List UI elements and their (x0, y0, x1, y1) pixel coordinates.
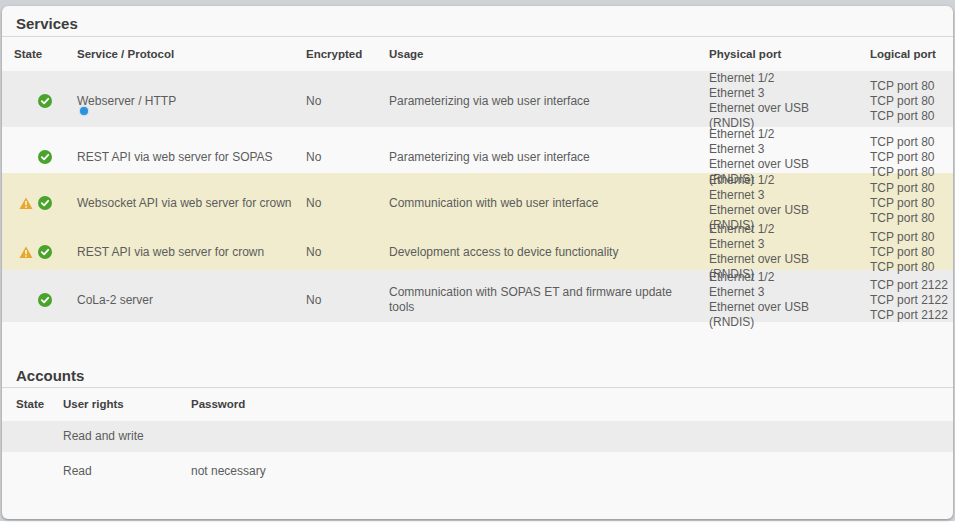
logical-ports: TCP port 80 TCP port 80 TCP port 80 (856, 230, 953, 275)
cursor-click-indicator-icon (80, 107, 88, 115)
table-row-websocket-api-crown[interactable]: Websocket API via web server for crown N… (2, 173, 953, 222)
encrypted-value: No (292, 150, 375, 165)
accounts-table-header: State User rights Password (2, 388, 953, 421)
usage-value: Parameterizing via web user interface (375, 94, 695, 109)
logical-ports: TCP port 80 TCP port 80 TCP port 80 (856, 79, 953, 124)
account-row-read-and-write[interactable]: Read and write (2, 421, 953, 452)
table-row-rest-api-sopas[interactable]: REST API via web server for SOPAS No Par… (2, 127, 953, 173)
table-row-webserver-http[interactable]: Webserver / HTTP No Parameterizing via w… (2, 71, 953, 127)
column-header-password: Password (177, 397, 953, 412)
column-header-state: State (2, 397, 49, 412)
encrypted-value: No (292, 245, 375, 260)
check-circle-icon (38, 196, 52, 210)
encrypted-value: No (292, 293, 375, 308)
encrypted-value: No (292, 196, 375, 211)
column-header-state: State (2, 47, 63, 62)
accounts-section-title: Accounts (2, 355, 953, 388)
table-row-rest-api-crown[interactable]: REST API via web server for crown No Dev… (2, 222, 953, 270)
usage-value: Parameterizing via web user interface (375, 150, 695, 165)
column-header-usage: Usage (375, 47, 695, 62)
service-name: Webserver / HTTP (63, 94, 292, 109)
services-section-title: Services (2, 6, 953, 37)
services-table-header: State Service / Protocol Encrypted Usage… (2, 37, 953, 71)
usage-value: Development access to device functionali… (375, 245, 695, 260)
service-name: REST API via web server for SOPAS (63, 150, 292, 165)
logical-ports: TCP port 80 TCP port 80 TCP port 80 (856, 181, 953, 226)
settings-panel: Services State Service / Protocol Encryp… (2, 6, 953, 519)
logical-ports: TCP port 2122 TCP port 2122 TCP port 212… (856, 278, 953, 323)
state-cell (2, 270, 63, 330)
table-row-cola2-server[interactable]: CoLa-2 server No Communication with SOPA… (2, 270, 953, 322)
logical-ports: TCP port 80 TCP port 80 TCP port 80 (856, 135, 953, 180)
encrypted-value: No (292, 94, 375, 109)
column-header-user-rights: User rights (49, 397, 177, 412)
service-name: REST API via web server for crown (63, 245, 292, 260)
physical-ports: Ethernet 1/2 Ethernet 3 Ethernet over US… (695, 270, 856, 330)
check-circle-icon (38, 245, 52, 259)
service-name: CoLa-2 server (63, 293, 292, 308)
check-circle-icon (38, 150, 52, 164)
account-row-read[interactable]: Read not necessary (2, 452, 953, 490)
usage-value: Communication with web user interface (375, 196, 695, 211)
column-header-physical-port: Physical port (695, 47, 856, 62)
check-circle-icon (38, 94, 52, 108)
user-rights-value: Read (49, 464, 177, 479)
check-circle-icon (38, 293, 52, 307)
state-cell (2, 71, 63, 131)
usage-value: Communication with SOPAS ET and firmware… (375, 285, 695, 315)
warning-triangle-icon (19, 246, 33, 259)
physical-ports: Ethernet 1/2 Ethernet 3 Ethernet over US… (695, 71, 856, 131)
column-header-service-protocol: Service / Protocol (63, 47, 292, 62)
column-header-encrypted: Encrypted (292, 47, 375, 62)
user-rights-value: Read and write (49, 429, 177, 444)
service-name: Websocket API via web server for crown (63, 196, 292, 211)
password-value: not necessary (177, 464, 953, 479)
column-header-logical-port: Logical port (856, 47, 953, 62)
warning-triangle-icon (19, 197, 33, 210)
